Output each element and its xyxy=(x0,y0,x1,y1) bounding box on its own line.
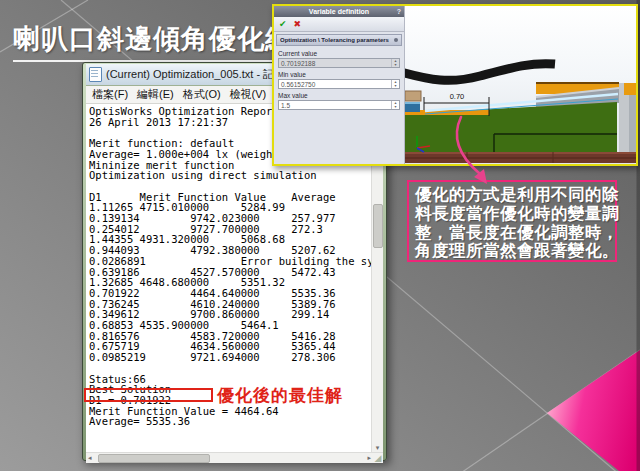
notepad-document-icon xyxy=(89,67,102,82)
note-line: 優化的方式是利用不同的除 xyxy=(415,185,615,204)
note-line: 角度理所當然會跟著變化。 xyxy=(415,241,615,260)
field-value: 0.70192188 xyxy=(279,60,315,67)
cancel-x-icon[interactable]: ✖ xyxy=(294,18,302,30)
horizontal-scrollbar[interactable]: ◂ ▸ ◢ xyxy=(86,452,383,463)
notepad-title: (Current) Optimization_005.txt - 記事本 xyxy=(106,67,296,82)
section-header-label: Optimization \ Tolerancing parameters xyxy=(280,37,389,43)
field-label: Current value xyxy=(278,50,400,57)
field-input[interactable]: 0.70192188▴▾ xyxy=(278,58,400,68)
field-value: 0.56152750 xyxy=(279,81,315,88)
field-label: Max value xyxy=(278,92,400,99)
cad-black-band xyxy=(405,64,555,81)
menu-item[interactable]: 格式(O) xyxy=(183,87,221,102)
spinner-icon[interactable]: ▴▾ xyxy=(391,59,399,67)
confirm-check-icon[interactable]: ✔ xyxy=(279,18,287,30)
cad-viewport: 0.70 xyxy=(405,6,636,164)
slide: 喇叭口斜邊傾角優化結果 (Current) Optimization_005.t… xyxy=(0,0,640,471)
spinner-icon[interactable]: ▴▾ xyxy=(391,80,399,88)
cad-orange-bar-edge xyxy=(536,82,619,84)
scroll-down-icon[interactable]: ▾ xyxy=(372,443,383,452)
cad-blue-block-edge xyxy=(405,102,420,104)
field-input[interactable]: 1.5▴▾ xyxy=(278,100,400,110)
spinner-icon[interactable]: ▴▾ xyxy=(391,101,399,109)
dialog-section-header[interactable]: Optimization \ Tolerancing parameters xyxy=(276,34,402,46)
horizontal-scroll-thumb[interactable] xyxy=(98,454,210,463)
dialog-titlebar[interactable]: Variable definition ? xyxy=(274,6,404,17)
field-label: Min value xyxy=(278,71,400,78)
resize-grip-icon[interactable]: ◢ xyxy=(373,453,383,463)
vertical-scroll-thumb[interactable] xyxy=(373,204,383,248)
cad-orange-bar xyxy=(624,83,636,95)
note-line: 整，當長度在優化調整時， xyxy=(415,223,615,242)
pin-icon[interactable] xyxy=(394,38,398,42)
note-line: 料長度當作優化時的變量調 xyxy=(415,204,615,223)
note-box: 優化的方式是利用不同的除料長度當作優化時的變量調整，當長度在優化調整時，角度理所… xyxy=(407,180,617,262)
dialog-title: Variable definition xyxy=(309,8,369,15)
dialog-toolbar: ✔ ✖ xyxy=(274,17,404,32)
menu-item[interactable]: 檔案(F) xyxy=(92,87,128,102)
dimension-value: 0.70 xyxy=(450,92,465,101)
best-solution-annotation: 優化後的最佳解 xyxy=(217,384,343,407)
help-icon[interactable]: ? xyxy=(397,6,401,17)
scroll-left-icon[interactable]: ◂ xyxy=(88,453,92,463)
menu-item[interactable]: 檢視(V) xyxy=(230,87,267,102)
scroll-right-icon[interactable]: ▸ xyxy=(367,453,371,463)
dialog-fields: Current value0.70192188▴▾Min value0.5615… xyxy=(274,46,404,111)
cad-floor-top xyxy=(405,152,636,154)
menu-item[interactable]: 編輯(E) xyxy=(137,87,174,102)
variable-definition-dialog: Variable definition ? ✔ ✖ Optimization \… xyxy=(274,6,405,164)
best-solution-highlight-box xyxy=(84,388,213,402)
field-value: 1.5 xyxy=(279,102,290,109)
field-input[interactable]: 0.56152750▴▾ xyxy=(278,79,400,89)
cad-drawing: 0.70 xyxy=(405,6,636,163)
cad-tan-block xyxy=(405,91,421,101)
cad-screenshot-panel: Variable definition ? ✔ ✖ Optimization \… xyxy=(272,4,638,166)
